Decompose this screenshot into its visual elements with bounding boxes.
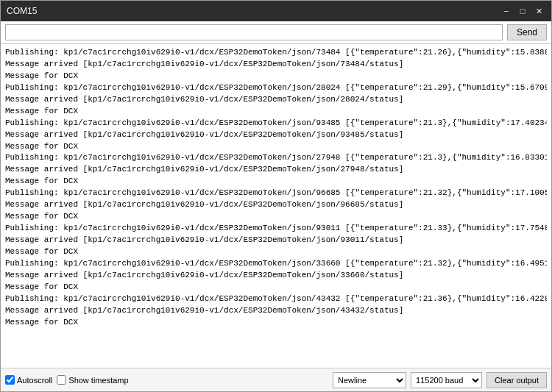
console-line: Message for DCX bbox=[5, 246, 547, 258]
autoscroll-checkbox[interactable] bbox=[5, 375, 15, 385]
console-line: Message arrived [kp1/c7ac1rcrchg10iv629i… bbox=[5, 59, 547, 71]
console-line: Publishing: kp1/c7ac1rcrchg10iv629i0-v1/… bbox=[5, 47, 547, 59]
console-line: Message for DCX bbox=[5, 211, 547, 223]
minimize-button[interactable]: − bbox=[500, 4, 513, 18]
console-line: Message for DCX bbox=[5, 71, 547, 82]
console-line: Publishing: kp1/c7ac1rcrchg10iv629i0-v1/… bbox=[5, 258, 547, 270]
show-timestamp-checkbox[interactable] bbox=[57, 375, 66, 385]
console-line: Publishing: kp1/c7ac1rcrchg10iv629i0-v1/… bbox=[5, 188, 547, 199]
newline-select[interactable]: No line endingNewlineCarriage returnBoth… bbox=[333, 372, 406, 388]
console-line: Message for DCX bbox=[5, 317, 547, 329]
console-line: Message for DCX bbox=[5, 106, 547, 118]
console-line: Message for DCX bbox=[5, 141, 547, 153]
autoscroll-text: Autoscroll bbox=[17, 376, 52, 385]
console-line: Message arrived [kp1/c7ac1rcrchg10iv629i… bbox=[5, 94, 547, 106]
show-timestamp-label[interactable]: Show timestamp bbox=[57, 375, 128, 385]
console-line: Message arrived [kp1/c7ac1rcrchg10iv629i… bbox=[5, 129, 547, 141]
console-output: Publishing: kp1/c7ac1rcrchg10iv629i0-v1/… bbox=[1, 44, 551, 368]
status-bar: Autoscroll Show timestamp No line ending… bbox=[1, 368, 551, 391]
console-line: Message arrived [kp1/c7ac1rcrchg10iv629i… bbox=[5, 199, 547, 211]
console-line: Publishing: kp1/c7ac1rcrchg10iv629i0-v1/… bbox=[5, 118, 547, 129]
window-controls: − □ ✕ bbox=[500, 4, 545, 18]
maximize-button[interactable]: □ bbox=[516, 4, 529, 18]
console-line: Message for DCX bbox=[5, 282, 547, 293]
send-button[interactable]: Send bbox=[507, 24, 547, 40]
show-timestamp-text: Show timestamp bbox=[68, 376, 128, 385]
console-line: Message for DCX bbox=[5, 176, 547, 188]
baud-select[interactable]: 300 baud1200 baud2400 baud4800 baud9600 … bbox=[411, 372, 482, 388]
clear-output-button[interactable]: Clear output bbox=[486, 372, 547, 388]
console-line: Publishing: kp1/c7ac1rcrchg10iv629i0-v1/… bbox=[5, 152, 547, 164]
close-button[interactable]: ✕ bbox=[532, 4, 545, 18]
console-line: Message arrived [kp1/c7ac1rcrchg10iv629i… bbox=[5, 164, 547, 176]
console-line: Message arrived [kp1/c7ac1rcrchg10iv629i… bbox=[5, 235, 547, 246]
serial-input[interactable] bbox=[5, 24, 503, 40]
console-line: Message arrived [kp1/c7ac1rcrchg10iv629i… bbox=[5, 270, 547, 282]
console-line: Publishing: kp1/c7ac1rcrchg10iv629i0-v1/… bbox=[5, 223, 547, 235]
autoscroll-label[interactable]: Autoscroll bbox=[5, 375, 52, 385]
console-line: Publishing: kp1/c7ac1rcrchg10iv629i0-v1/… bbox=[5, 293, 547, 305]
window-title: COM15 bbox=[7, 6, 500, 16]
input-bar: Send bbox=[1, 21, 551, 44]
main-window: COM15 − □ ✕ Send Publishing: kp1/c7ac1rc… bbox=[0, 0, 552, 392]
title-bar: COM15 − □ ✕ bbox=[1, 1, 551, 21]
console-line: Message arrived [kp1/c7ac1rcrchg10iv629i… bbox=[5, 305, 547, 317]
console-line: Publishing: kp1/c7ac1rcrchg10iv629i0-v1/… bbox=[5, 82, 547, 94]
